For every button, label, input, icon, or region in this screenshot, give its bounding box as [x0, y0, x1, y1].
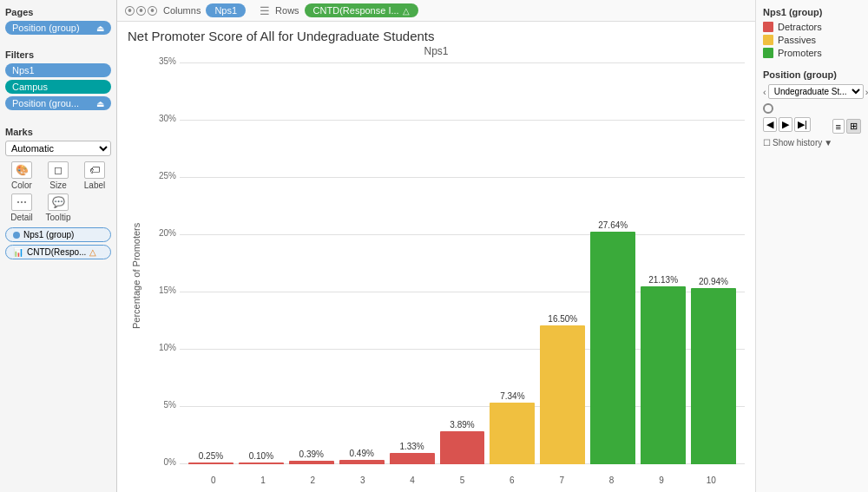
rows-value-pill[interactable]: CNTD(Response I... △ [305, 3, 418, 17]
bar-group: 0.25% [188, 451, 233, 464]
bar-value-label: 0.49% [349, 449, 373, 458]
pos-next-btn[interactable]: ▶| [794, 117, 811, 132]
filter-nps1-pill[interactable]: Nps1 [5, 63, 111, 77]
bar-group: 7.34% [490, 391, 535, 464]
bar-group: 16.50% [540, 314, 585, 464]
cntd-pill[interactable]: 📊 CNTD(Respo... △ [5, 245, 111, 259]
bar-group: 3.89% [440, 420, 485, 464]
promoters-label: Promoters [778, 48, 822, 58]
marks-type-select[interactable]: Automatic [5, 141, 111, 156]
x-label: 6 [487, 476, 536, 485]
bar-group: 0.39% [289, 449, 334, 464]
size-mark[interactable]: ◻ Size [42, 161, 75, 190]
detail-mark[interactable]: ⋯ Detail [5, 194, 38, 222]
bar-value-label: 21.13% [648, 275, 678, 285]
detail-icon: ⋯ [11, 194, 32, 211]
bar-7[interactable] [540, 325, 585, 464]
filter-position-pill[interactable]: Position (grou... ⏏ [5, 96, 111, 110]
gridline-label: 5% [147, 400, 176, 410]
bar-group: 0.10% [239, 451, 284, 464]
pos-row: ◀ ▶ ▶| ≡ ⊞ [763, 117, 861, 135]
x-label: 10 [687, 476, 736, 485]
legend-detractors: Detractors [763, 22, 861, 32]
marks-title: Marks [5, 127, 111, 137]
position-title: Position (group) [763, 69, 861, 80]
marks-type-row: Automatic [5, 141, 111, 156]
pos-prev-btn[interactable]: ◀ [763, 117, 777, 132]
chart-title: Net Promoter Score of All for Undegradua… [128, 29, 745, 43]
rows-icon: ☰ [260, 4, 270, 17]
bar-1[interactable] [239, 462, 284, 464]
x-axis: 012345678910 [180, 476, 745, 485]
rows-item: ☰ Rows CNTD(Response I... △ [260, 3, 418, 17]
detractors-swatch [763, 22, 773, 32]
position-select[interactable]: Undegraduate St... [768, 84, 864, 99]
pos-left-arrow[interactable]: ‹ [763, 87, 766, 97]
y-axis-label: Percentage of Promoters [128, 62, 145, 489]
chart-container: Percentage of Promoters 35%30%25%20%15%1… [128, 62, 745, 489]
columns-value-pill[interactable]: Nps1 [206, 3, 246, 17]
nps-group-pill[interactable]: Nps1 (group) [5, 227, 111, 242]
label-icon: 🏷 [84, 161, 105, 179]
bar-group: 27.64% [590, 220, 635, 465]
show-history-arrow: ▼ [824, 138, 832, 148]
x-label: 8 [587, 476, 636, 485]
passives-label: Passives [778, 35, 816, 45]
bar-value-label: 20.94% [699, 277, 728, 286]
passives-swatch [763, 35, 773, 45]
pages-title: Pages [5, 7, 111, 17]
marks-section: Marks Automatic 🎨 Color ◻ Size 🏷 Label ⋯… [5, 127, 111, 259]
tooltip-icon: 💬 [48, 194, 69, 211]
bar-0[interactable] [188, 462, 233, 464]
color-mark[interactable]: 🎨 Color [5, 161, 38, 190]
position-section: Position (group) ‹ Undegraduate St... › … [763, 69, 861, 148]
chart-area: Net Promoter Score of All for Undegradua… [117, 22, 755, 492]
right-panel: Nps1 (group) Detractors Passives Promote… [755, 0, 868, 492]
bar-4[interactable] [390, 453, 435, 464]
show-history-checkbox[interactable]: ☐ [763, 138, 771, 148]
triangle-icon: △ [89, 247, 96, 257]
bar-5[interactable] [440, 431, 485, 464]
pos-play-btn[interactable]: ▶ [779, 117, 792, 132]
promoters-swatch [763, 48, 773, 58]
columns-label: Columns [163, 5, 201, 16]
show-history-toggle[interactable]: ☐ Show history ▼ [763, 138, 861, 148]
detractors-label: Detractors [778, 22, 822, 32]
bar-8[interactable] [590, 232, 635, 465]
legend-section: Nps1 (group) Detractors Passives Promote… [763, 7, 861, 61]
bar-10[interactable] [691, 288, 736, 464]
bar-value-label: 27.64% [598, 220, 628, 230]
pos-view-grid[interactable]: ⊞ [846, 119, 861, 134]
bar-6[interactable] [490, 403, 535, 464]
gridline-label: 35% [147, 56, 176, 66]
color-icon: 🎨 [11, 161, 32, 179]
pages-section: Pages Position (group) ⏏ [5, 7, 111, 37]
filters-title: Filters [5, 49, 111, 60]
bar-9[interactable] [641, 286, 686, 464]
bar-group: 20.94% [691, 277, 736, 464]
radio-circle[interactable] [763, 103, 773, 114]
color-dot [13, 232, 20, 239]
x-label: 1 [238, 476, 287, 485]
bar-2[interactable] [289, 461, 334, 464]
bar-value-label: 1.33% [399, 442, 424, 451]
gridline-label: 10% [147, 343, 176, 352]
filter-campus-pill[interactable]: Campus [5, 80, 111, 94]
pages-pill[interactable]: Position (group) ⏏ [5, 21, 111, 35]
pos-controls [763, 103, 861, 114]
label-mark[interactable]: 🏷 Label [78, 161, 111, 190]
columns-item: ⦿⦿⦿ Columns Nps1 [124, 3, 246, 17]
gridline-label: 0% [147, 457, 176, 467]
tooltip-mark[interactable]: 💬 Tooltip [42, 194, 75, 222]
bar-group: 0.49% [339, 449, 385, 464]
x-label: 3 [338, 476, 387, 485]
x-label: 7 [537, 476, 587, 485]
x-label: 2 [288, 476, 338, 485]
bar-value-label: 16.50% [548, 314, 577, 324]
bar-value-label: 0.10% [249, 451, 273, 461]
pos-view-list[interactable]: ≡ [832, 119, 845, 134]
size-icon: ◻ [48, 161, 69, 179]
x-label: 5 [437, 476, 487, 485]
legend-promoters: Promoters [763, 48, 861, 58]
bar-3[interactable] [339, 460, 385, 464]
